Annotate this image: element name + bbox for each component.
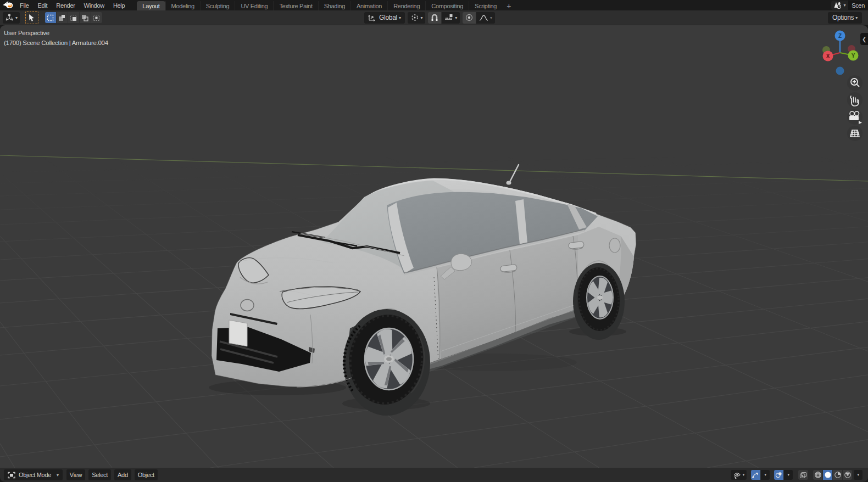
svg-text:Y: Y [852, 53, 855, 59]
svg-text:X: X [826, 53, 830, 59]
svg-text:Z: Z [838, 33, 842, 39]
